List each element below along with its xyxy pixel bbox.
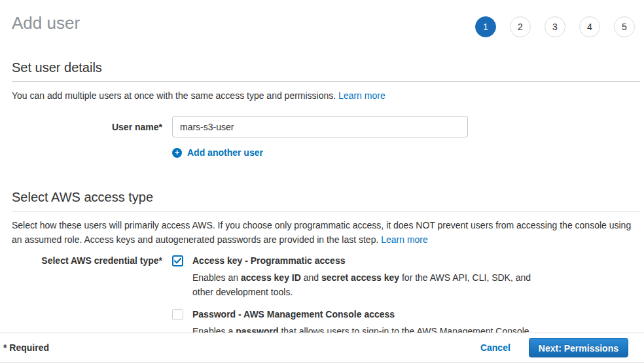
access-type-intro-text: Select how these users will primarily ac… bbox=[12, 220, 631, 245]
cancel-button[interactable]: Cancel bbox=[480, 342, 510, 353]
section-divider bbox=[12, 211, 640, 211]
add-user-wizard-page: { "page": { "title": "Add user", "steps"… bbox=[0, 0, 644, 364]
desc-bold: secret access key bbox=[321, 272, 399, 283]
user-details-intro-text: You can add multiple users at once with … bbox=[12, 90, 338, 101]
access-type-intro: Select how these users will primarily ac… bbox=[12, 218, 640, 247]
password-option-title[interactable]: Password - AWS Management Console access bbox=[192, 309, 532, 320]
desc-text: and bbox=[301, 272, 321, 283]
section-heading-user-details: Set user details bbox=[12, 60, 640, 75]
username-input[interactable] bbox=[172, 116, 468, 137]
wizard-step-indicator: 1 2 3 4 5 bbox=[475, 13, 635, 37]
plus-circle-icon: + bbox=[172, 148, 182, 158]
step-2: 2 bbox=[510, 16, 531, 37]
step-1-active[interactable]: 1 bbox=[475, 16, 496, 37]
learn-more-link-user-details[interactable]: Learn more bbox=[338, 90, 385, 101]
page-header: Add user 1 2 3 4 5 bbox=[12, 13, 640, 37]
section-heading-access-type: Select AWS access type bbox=[12, 189, 640, 205]
username-label: User name* bbox=[12, 116, 162, 132]
wizard-footer: * Required Cancel Next: Permissions bbox=[0, 333, 644, 363]
step-4: 4 bbox=[579, 16, 600, 37]
checkmark-icon bbox=[174, 258, 181, 264]
add-another-user-label: Add another user bbox=[187, 147, 263, 158]
next-permissions-button[interactable]: Next: Permissions bbox=[529, 338, 628, 357]
required-note: * Required bbox=[3, 342, 49, 353]
step-5: 5 bbox=[614, 16, 635, 37]
set-user-details-section: Set user details You can add multiple us… bbox=[12, 60, 640, 158]
select-access-type-section: Select AWS access type Select how these … bbox=[12, 189, 640, 338]
option-access-key: Access key - Programmatic access Enables… bbox=[172, 255, 546, 299]
access-key-option-description: Enables an access key ID and secret acce… bbox=[192, 270, 546, 299]
page-title: Add user bbox=[12, 13, 80, 33]
main-content: Add user 1 2 3 4 5 Set user details You … bbox=[0, 0, 644, 338]
learn-more-link-access-type[interactable]: Learn more bbox=[381, 234, 428, 245]
access-key-checkbox-checked[interactable] bbox=[172, 255, 183, 266]
add-another-user-button[interactable]: +Add another user bbox=[172, 147, 263, 158]
user-details-intro: You can add multiple users at once with … bbox=[12, 88, 640, 103]
access-key-option-title[interactable]: Access key - Programmatic access bbox=[192, 255, 546, 266]
section-divider bbox=[12, 81, 640, 82]
add-another-user-row: +Add another user bbox=[12, 147, 640, 158]
desc-text: Enables an bbox=[192, 272, 241, 283]
credential-type-label: Select AWS credential type* bbox=[12, 255, 162, 266]
credential-type-row: Select AWS credential type* Access key -… bbox=[12, 255, 640, 338]
desc-bold: access key ID bbox=[241, 272, 301, 283]
step-3: 3 bbox=[545, 16, 565, 37]
password-checkbox-unchecked[interactable] bbox=[172, 309, 183, 320]
username-row: User name* bbox=[12, 116, 640, 137]
